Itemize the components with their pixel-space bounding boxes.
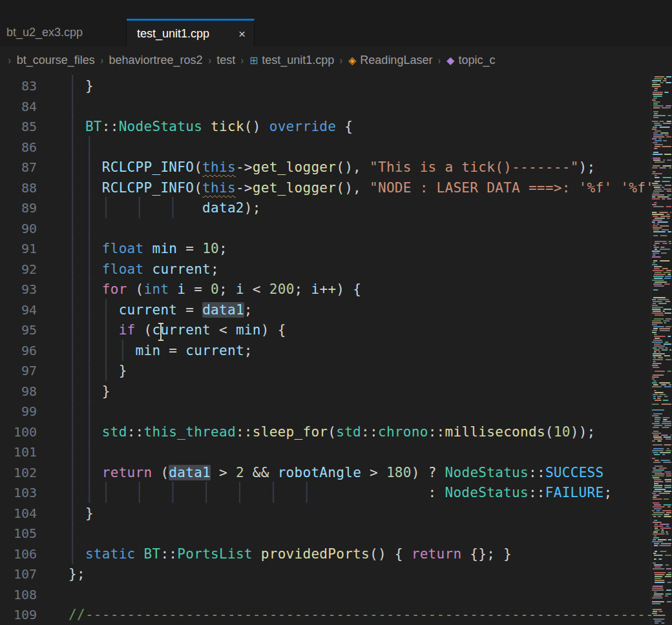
code-token: } <box>77 78 94 94</box>
code-line[interactable]: 108 <box>0 585 672 606</box>
code-token: > <box>211 465 236 480</box>
code-token: BT <box>85 119 102 134</box>
line-number[interactable]: 91 <box>0 239 37 260</box>
code-token: min <box>136 343 161 358</box>
line-number[interactable]: 83 <box>0 76 37 97</box>
breadcrumb-item-behaviortree_ros2[interactable]: behaviortree_ros2 <box>109 54 202 67</box>
code-token: current <box>185 343 244 358</box>
code-token: get_logger <box>253 159 336 175</box>
code-token: ; <box>219 282 236 297</box>
line-number[interactable]: 88 <box>0 178 37 199</box>
code-token: NodeStatus <box>445 485 528 500</box>
line-number[interactable]: 87 <box>0 158 37 178</box>
code-line[interactable]: 85│ BT::NodeStatus tick() override { <box>0 117 672 138</box>
line-number[interactable]: 103 <box>0 483 37 504</box>
code-text: │ BT::NodeStatus tick() override { <box>37 119 353 134</box>
code-token: sleep_for <box>253 424 328 440</box>
breadcrumb-item-topic[interactable]: ◆ topic_c <box>446 54 495 67</box>
code-token: RCLCPP_INFO <box>102 159 194 175</box>
code-token: NodeStatus <box>119 119 202 134</box>
code-token: //--------------------------------------… <box>68 607 654 622</box>
code-token: ); <box>579 159 596 175</box>
code-text: │ │ │ │ │ │ │ │ │ : NodeStatus::FAILURE; <box>37 485 612 500</box>
breadcrumb-item-bt_course_files[interactable]: bt_course_files <box>17 54 95 67</box>
line-number[interactable]: 98 <box>0 382 37 402</box>
code-text: │ │ std::this_thread::sleep_for(std::chr… <box>37 424 596 440</box>
code-token: 2 <box>236 465 244 480</box>
line-number[interactable]: 101 <box>0 442 37 463</box>
code-token: min <box>236 322 261 338</box>
code-token: return <box>102 465 152 480</box>
code-token: data2 <box>202 200 244 216</box>
code-text: │ │ <box>37 404 94 419</box>
line-number[interactable]: 109 <box>0 605 37 625</box>
breadcrumb-item-test_unit1-cpp[interactable]: ⊞ test_unit1.cpp <box>249 54 334 67</box>
line-number[interactable]: 99 <box>0 402 37 422</box>
code-token <box>136 546 144 562</box>
code-token: = <box>177 241 202 256</box>
line-number[interactable]: 95 <box>0 320 37 341</box>
code-token: tick <box>211 119 244 134</box>
line-number[interactable]: 107 <box>0 564 37 585</box>
minimap[interactable] <box>651 74 672 625</box>
code-token <box>144 261 152 277</box>
line-number[interactable]: 89 <box>0 198 37 219</box>
code-token: NodeStatus <box>445 465 529 480</box>
code-token: int <box>144 282 169 297</box>
code-line[interactable]: 103│ │ │ │ │ │ │ │ │ : NodeStatus::FAILU… <box>0 483 672 504</box>
code-line[interactable]: 105│ <box>0 524 672 544</box>
code-text: │ │ RCLCPP_INFO(this->get_logger(), "Thi… <box>37 159 595 175</box>
code-token: :: <box>127 424 144 440</box>
code-text: │ │ <box>37 221 94 236</box>
line-number[interactable]: 108 <box>0 585 37 606</box>
line-number[interactable]: 100 <box>0 422 37 443</box>
code-token: < <box>244 282 269 297</box>
tab-bt_u2_ex3[interactable]: bt_u2_ex3.cpp <box>0 19 127 46</box>
line-number[interactable]: 106 <box>0 544 37 565</box>
line-number[interactable]: 104 <box>0 504 37 524</box>
code-token: { <box>336 119 353 134</box>
line-number[interactable]: 97 <box>0 361 37 382</box>
line-number[interactable]: 86 <box>0 138 37 158</box>
code-text: │ <box>37 99 77 114</box>
line-number[interactable]: 85 <box>0 117 37 138</box>
breadcrumb-label: bt_course_files <box>17 54 95 67</box>
editor[interactable]: 83│ }84│85│ BT::NodeStatus tick() overri… <box>0 74 672 625</box>
chevron-right-icon: › <box>438 54 441 67</box>
line-number[interactable]: 84 <box>0 97 37 118</box>
tab-test_unit1[interactable]: test_unit1.cpp × <box>127 19 255 46</box>
code-token: return <box>412 546 462 562</box>
code-line[interactable]: 98│ │ } <box>0 382 672 402</box>
code-line[interactable]: 100│ │ std::this_thread::sleep_for(std::… <box>0 422 672 443</box>
indent-guide: │ <box>68 540 85 568</box>
code-line[interactable]: 83│ } <box>0 76 672 97</box>
code-line[interactable]: 106│ static BT::PortsList providedPorts(… <box>0 544 672 565</box>
tab-bar: bt_u2_ex3.cpp test_unit1.cpp × <box>0 19 672 46</box>
code-text: │ static BT::PortsList providedPorts() {… <box>37 546 512 562</box>
code-token: :: <box>236 424 253 440</box>
breadcrumb-item-ReadingLaser[interactable]: ◈ ReadingLaser <box>348 54 432 67</box>
line-number[interactable]: 105 <box>0 524 37 544</box>
code-line[interactable]: 84│ <box>0 97 672 118</box>
breadcrumb-item-test[interactable]: test <box>216 54 235 67</box>
line-number[interactable]: 94 <box>0 300 37 321</box>
code-text: │ │ │ current = data1; <box>37 302 253 318</box>
code-line[interactable]: 107}; <box>0 564 672 585</box>
code-line[interactable]: 109//-----------------------------------… <box>0 605 672 625</box>
code-text: │ │ │ │ │ data2); <box>37 200 261 216</box>
code-token: (), <box>336 159 370 175</box>
close-icon[interactable]: × <box>238 28 246 40</box>
line-number[interactable]: 102 <box>0 463 37 484</box>
code-token: current <box>119 302 178 318</box>
line-number[interactable]: 96 <box>0 341 37 362</box>
line-number[interactable]: 92 <box>0 260 37 280</box>
code-token: ++) { <box>319 282 361 297</box>
line-number[interactable]: 90 <box>0 219 37 240</box>
code-token: FAILURE <box>545 485 604 500</box>
code-line[interactable]: 89│ │ │ │ │ data2); <box>0 198 672 219</box>
code-token: ; <box>604 485 612 500</box>
code-token: } <box>85 506 94 521</box>
line-number[interactable]: 93 <box>0 280 37 300</box>
code-token: float <box>102 241 144 256</box>
breadcrumb: › bt_course_files › behaviortree_ros2 › … <box>0 46 672 74</box>
